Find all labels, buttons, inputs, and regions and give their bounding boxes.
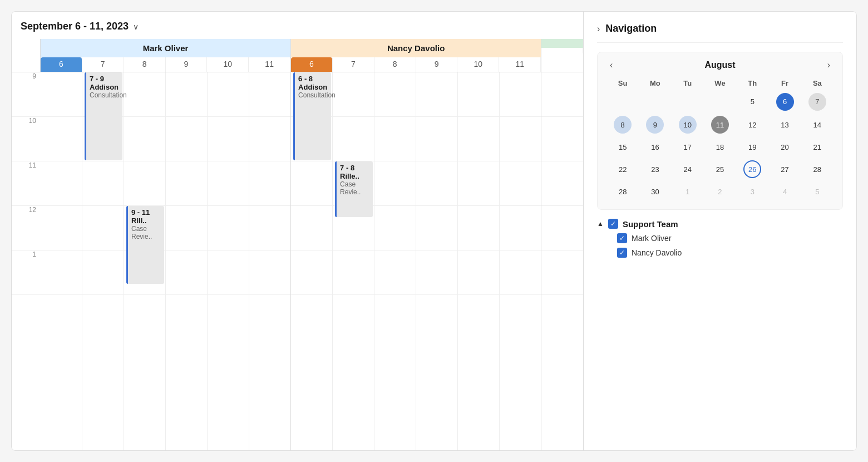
mark-day-10[interactable]	[208, 72, 249, 450]
nancy-day-11[interactable]	[500, 72, 541, 450]
cal-weekday-mo: Mo	[639, 77, 671, 90]
mark-col-group: 7 - 9 Addison Consultation	[41, 72, 291, 450]
day-header-mark-7[interactable]: 7	[82, 57, 124, 72]
support-section: ▲ Support Team Mark Oliver Nancy Davolio	[597, 219, 843, 258]
nancy-davolio-checkbox[interactable]	[617, 248, 627, 258]
day-numbers-mark: 6 7 8 9 10 11	[41, 57, 290, 72]
event-nancy-rille[interactable]: 7 - 8 Rille.. Case Revie..	[335, 161, 373, 217]
cal-day-4-2[interactable]: 1	[672, 180, 704, 203]
time-label-10: 10	[12, 117, 41, 161]
mini-cal-grid: Su Mo Tu We Th Fr Sa 5678910111213141516…	[606, 77, 834, 203]
cal-day-2-3[interactable]: 18	[704, 136, 736, 158]
mark-day-9[interactable]	[166, 72, 208, 450]
resource-name-nancy: Nancy Davolio	[291, 39, 541, 57]
cal-day-3-6[interactable]: 28	[801, 158, 834, 180]
cal-day-3-2[interactable]: 24	[672, 158, 704, 180]
day-header-mark-6[interactable]: 6	[41, 57, 82, 72]
tree-expand-arrow[interactable]: ▲	[597, 220, 604, 228]
day-header-nancy-6[interactable]: 6	[291, 57, 333, 72]
support-team-checkbox[interactable]	[608, 219, 618, 229]
support-member-mark: Mark Oliver	[597, 233, 843, 243]
mini-cal-next-button[interactable]: ›	[824, 59, 834, 71]
cal-day-4-4[interactable]: 3	[736, 180, 768, 203]
mark-day-7[interactable]: 7 - 9 Addison Consultation	[82, 72, 124, 450]
day-header-mark-10[interactable]: 10	[207, 57, 249, 72]
cal-day-2-5[interactable]: 20	[768, 136, 801, 158]
event-nancy-rille-title: 7 - 8 Rille..	[340, 164, 369, 180]
day-header-mark-9[interactable]: 9	[166, 57, 208, 72]
resource-header-row: Mark Oliver 6 7 8 9 10 11 Nancy Davolio …	[12, 39, 583, 72]
cal-day-4-6[interactable]: 5	[801, 180, 834, 203]
mark-oliver-checkbox[interactable]	[617, 233, 627, 243]
cal-day-0-0[interactable]	[606, 90, 639, 114]
date-range-title: September 6 - 11, 2023	[21, 21, 129, 32]
nancy-day-9[interactable]	[416, 72, 458, 450]
main-container: September 6 - 11, 2023 ∨ Mark Oliver 6 7…	[11, 11, 857, 451]
cal-day-4-1[interactable]: 30	[639, 180, 671, 203]
cal-day-4-0[interactable]: 28	[606, 180, 639, 203]
cal-day-0-4[interactable]: 5	[736, 90, 768, 114]
day-header-mark-8[interactable]: 8	[124, 57, 166, 72]
event-mark-addison[interactable]: 7 - 9 Addison Consultation	[85, 72, 122, 160]
cal-day-1-3[interactable]: 11	[704, 114, 736, 136]
cal-day-1-4[interactable]: 12	[736, 114, 768, 136]
event-mark-rill-title: 9 - 11 Rill..	[131, 208, 161, 225]
resource-name-extra	[541, 39, 583, 48]
cal-day-1-6[interactable]: 14	[801, 114, 834, 136]
cal-day-0-2[interactable]	[672, 90, 704, 114]
day-header-nancy-10[interactable]: 10	[457, 57, 499, 72]
mini-calendar: ‹ August › Su Mo Tu We Th Fr Sa	[597, 52, 843, 210]
event-nancy-addison-subtitle: Consultation	[298, 91, 328, 99]
nav-collapse-icon[interactable]: ›	[597, 24, 600, 34]
cal-day-0-3[interactable]	[704, 90, 736, 114]
mark-day-11[interactable]	[249, 72, 290, 450]
mark-oliver-label: Mark Oliver	[632, 234, 672, 243]
day-header-nancy-11[interactable]: 11	[499, 57, 541, 72]
cal-day-2-4[interactable]: 19	[736, 136, 768, 158]
cal-day-2-1[interactable]: 16	[639, 136, 671, 158]
time-col-spacer	[12, 39, 41, 72]
nancy-day-6[interactable]: 6 - 8 Addison Consultation	[291, 72, 333, 450]
cal-day-4-5[interactable]: 4	[768, 180, 801, 203]
cal-day-3-1[interactable]: 23	[639, 158, 671, 180]
event-mark-addison-subtitle: Consultation	[90, 91, 119, 99]
day-header-nancy-9[interactable]: 9	[416, 57, 458, 72]
cal-day-0-5[interactable]: 6	[768, 90, 801, 114]
mark-day-6[interactable]	[41, 72, 82, 450]
nancy-day-8[interactable]	[374, 72, 416, 450]
cal-day-3-0[interactable]: 22	[606, 158, 639, 180]
cal-day-2-0[interactable]: 15	[606, 136, 639, 158]
cal-day-4-3[interactable]: 2	[704, 180, 736, 203]
date-range-dropdown[interactable]: ∨	[133, 22, 139, 31]
support-group-header: ▲ Support Team	[597, 219, 843, 229]
day-header-nancy-7[interactable]: 7	[333, 57, 374, 72]
cal-day-2-6[interactable]: 21	[801, 136, 834, 158]
day-header-extra[interactable]	[541, 48, 583, 53]
event-mark-rill[interactable]: 9 - 11 Rill.. Case Revie..	[126, 206, 164, 284]
cal-day-3-4[interactable]: 26	[736, 158, 768, 180]
mark-day-8[interactable]: 9 - 11 Rill.. Case Revie..	[124, 72, 166, 450]
event-nancy-addison[interactable]: 6 - 8 Addison Consultation	[293, 72, 331, 160]
cal-day-1-1[interactable]: 9	[639, 114, 671, 136]
time-label-11: 11	[12, 161, 41, 206]
cal-day-3-3[interactable]: 25	[704, 158, 736, 180]
columns-area: 7 - 9 Addison Consultation	[41, 72, 583, 450]
nav-panel: › Navigation ‹ August › Su Mo Tu We Th F…	[584, 12, 856, 450]
cal-day-0-6[interactable]: 7	[801, 90, 834, 114]
day-numbers-extra	[541, 48, 583, 53]
nancy-day-7[interactable]: 7 - 8 Rille.. Case Revie..	[333, 72, 374, 450]
cal-day-3-5[interactable]: 27	[768, 158, 801, 180]
cal-day-1-0[interactable]: 8	[606, 114, 639, 136]
event-nancy-rille-subtitle: Case Revie..	[340, 180, 369, 196]
mini-cal-prev-button[interactable]: ‹	[606, 59, 616, 71]
cal-day-0-1[interactable]	[639, 90, 671, 114]
cal-day-2-2[interactable]: 17	[672, 136, 704, 158]
cal-day-1-5[interactable]: 13	[768, 114, 801, 136]
nancy-day-10[interactable]	[458, 72, 500, 450]
day-header-nancy-8[interactable]: 8	[374, 57, 416, 72]
time-label-1: 1	[12, 250, 41, 295]
time-label-9: 9	[12, 72, 41, 117]
day-header-mark-11[interactable]: 11	[249, 57, 290, 72]
cal-day-1-2[interactable]: 10	[672, 114, 704, 136]
extra-day[interactable]	[541, 72, 583, 450]
